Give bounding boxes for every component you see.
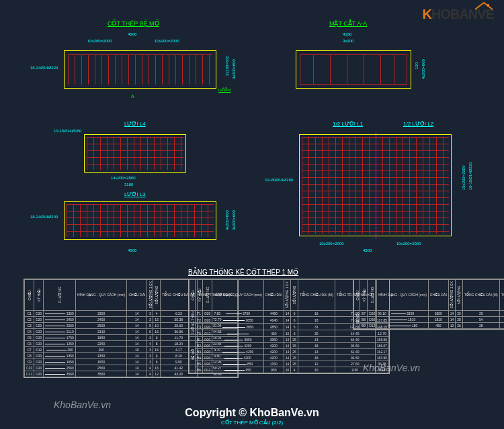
cell: 25 (291, 354, 298, 361)
cell: 10 (284, 330, 291, 337)
cell: 10 (127, 346, 147, 352)
drawing-luoi3 (64, 201, 216, 240)
cell: D20 (203, 317, 212, 324)
dim: 100 (415, 62, 419, 69)
th: D.LƯỢNG (203, 280, 212, 311)
cell: 1650 (75, 359, 127, 365)
shape-cell: 2450 (44, 316, 76, 322)
dim: 4500 (363, 248, 372, 252)
shape-cell: 2850 (212, 324, 264, 330)
cell: 14 (284, 317, 291, 324)
cell: 2560 (75, 365, 127, 371)
cell: 3 (147, 316, 153, 322)
cell: 6 (147, 328, 153, 334)
cell: D20 (34, 322, 44, 328)
cell: 14 (448, 310, 456, 316)
cell: D20 (34, 359, 44, 365)
cell: B5 (196, 361, 203, 367)
cell: 18.68 (499, 322, 504, 328)
cell: 950 (263, 367, 284, 373)
dim: 4180 (343, 32, 351, 36)
svg-rect-0 (487, 4, 489, 7)
cell: C10 (25, 365, 34, 371)
th: CHIỀU (190, 280, 196, 311)
dim: 3180 (124, 183, 133, 187)
th: CHIỀU DÀI (127, 280, 147, 311)
cell: 26 (456, 322, 463, 328)
th: CHIỀU DÀI (428, 280, 448, 311)
title-luoi4: LƯỚI L4 (124, 121, 146, 127)
cell: 14 (127, 328, 147, 334)
cell: 61.40 (335, 348, 375, 354)
shape-cell: 2850 (377, 310, 429, 316)
table-row: B6D12 950950104109.508.44 (190, 367, 389, 373)
th: CHIỀU DÀI (263, 280, 284, 311)
th: SỐ LƯỢNG (153, 280, 161, 311)
cell: 14 (127, 316, 147, 322)
cell: 2850 (428, 310, 448, 316)
shape-cell: 4200 (212, 348, 264, 354)
table-row: B2D20 4200420014251894.50186.07 (190, 342, 389, 348)
cell: 14.40 (335, 330, 375, 337)
shape-cell (212, 330, 264, 337)
table-row: BỆ MỐB7D20 28502850142020117.00141.25 (354, 310, 505, 316)
cell: 450 (428, 322, 448, 328)
cell: D12 (203, 367, 212, 373)
cell: D20 (203, 324, 212, 330)
cell: 4200 (263, 342, 284, 348)
cell: 10 (153, 322, 161, 328)
cell: C2 (25, 316, 34, 322)
cell: 30 (298, 330, 335, 337)
shape-cell: 1350 (44, 352, 76, 359)
cell: 3 (147, 310, 153, 316)
cell: 450 (263, 330, 284, 337)
shape-cell: 3950 (212, 336, 264, 342)
cell: 14 (284, 324, 291, 330)
th: CHIỀU (25, 280, 34, 311)
cell: D12 (368, 322, 377, 328)
dim: 18-24Ø14Ø220 (30, 66, 58, 70)
dim: 10x200=2000 (462, 165, 466, 190)
cell: 103.74 (499, 316, 504, 322)
cell: 5 (291, 324, 298, 330)
table-row: B5D20 850115014251227.6036.38 (190, 361, 389, 367)
cell: 4 (147, 371, 153, 377)
cell: 14 (127, 334, 147, 340)
cell: 3 (147, 352, 153, 359)
cell: 13 (298, 336, 335, 342)
shape-cell: 3750 (212, 310, 264, 317)
cell: 28 (462, 322, 499, 328)
dim: 4500 (128, 32, 136, 36)
cell: D20 (34, 328, 44, 334)
cell: D20 (203, 361, 212, 367)
cell: 2250 (75, 340, 127, 346)
cell: T5 (196, 330, 203, 337)
dim: 18-24Ø14Ø200 (30, 215, 58, 219)
cell: 25 (291, 336, 298, 342)
table-main-title: BẢNG THỐNG KÊ CỐT THÉP 1 MỐ (188, 269, 298, 276)
cell: 6 (291, 310, 298, 317)
title-mat-cat: MẶT CẮT A-A (329, 20, 367, 27)
cell: 18 (298, 354, 335, 361)
cell: D20 (203, 342, 212, 348)
cell: 14 (284, 354, 291, 361)
cell: 1350 (75, 352, 127, 359)
cell: D20 (203, 336, 212, 342)
shape-cell: 2110 (44, 328, 76, 334)
title-cot-thep: CỐT THÉP BỆ MỐ (108, 20, 159, 27)
cell: 117.00 (499, 310, 504, 316)
th: TỔNG CHIỀU DÀI (M) (298, 280, 335, 311)
label-luoi4: LƯỚI4 (218, 87, 230, 92)
th: SỐ LƯỢNG (291, 280, 298, 311)
cell: 12.79 (375, 330, 388, 337)
cell: 16 (153, 346, 161, 352)
table-row: B9D12 18045010262818.6815.47 (354, 322, 505, 328)
cell: 14 (448, 316, 456, 322)
cell: 14 (284, 342, 291, 348)
label-a: A (131, 94, 134, 99)
cell: C4 (25, 328, 34, 334)
cell: 10 (298, 367, 335, 373)
dim: 10x200=2000 (319, 242, 344, 246)
table-row: BỆ MỐB1D20 3950395014251364.40158.50 (190, 336, 389, 342)
dim: 10x200=2000 (155, 39, 179, 43)
